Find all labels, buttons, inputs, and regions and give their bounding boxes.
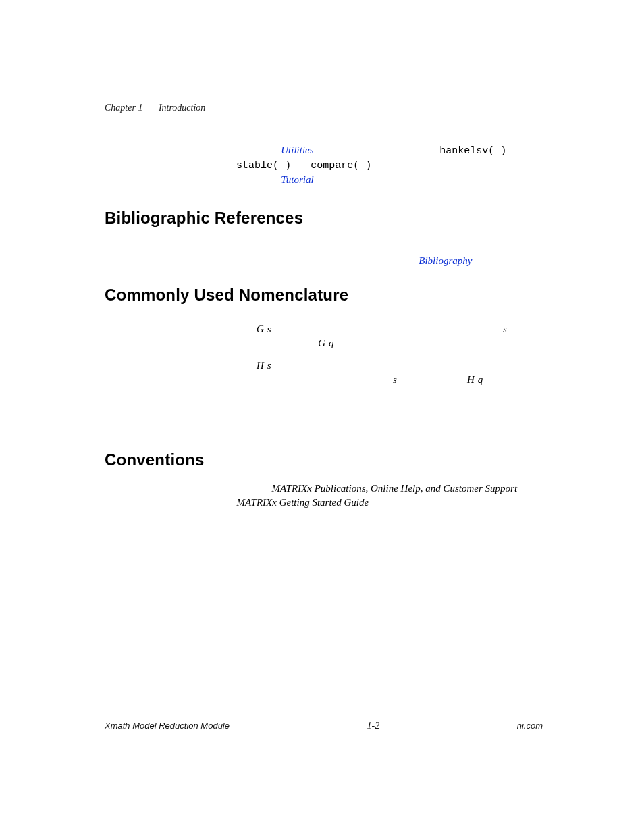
para-utilities-line2: stable( ) and compare( ): [236, 158, 543, 173]
footer-right: ni.com: [517, 721, 543, 731]
nomenclature-item: G(s) typically denotes the transfer matr…: [236, 322, 543, 350]
nomenclature-item: H(s) approximation of the system Lap s t…: [236, 359, 543, 387]
var-H: H: [257, 360, 264, 371]
var-q: q: [329, 338, 334, 348]
conv-line2: in the MATRIXx Getting Started Guide: [211, 496, 543, 510]
page-footer: Xmath Model Reduction Module 1-2 ni.com: [105, 721, 543, 731]
var-s: s: [393, 374, 397, 385]
tutorial-link[interactable]: Tutorial: [281, 174, 313, 185]
hidden-paren: ): [334, 338, 338, 348]
hidden-filler: approximation of the system Lap: [257, 374, 393, 385]
nom1-line2: the Laplace va G(q): [257, 338, 338, 348]
hidden-filler: Throughout this document, bibliographic …: [236, 241, 504, 252]
hidden-filler: bracketed entries. For example, a refere…: [236, 255, 419, 266]
var-s: s: [503, 323, 507, 334]
running-header: Chapter 1 Introduction: [105, 103, 543, 113]
hidden-paren: ): [271, 360, 275, 371]
hidden-filler: the Laplace vari: [400, 374, 467, 385]
hidden-filler: Chapter 7,: [236, 174, 281, 185]
var-H: H: [467, 374, 475, 385]
page: Chapter 1 Introduction Chapter 6, Utilit…: [0, 0, 644, 834]
nom2-line2: approximation of the system Lap s the La…: [257, 374, 486, 385]
code-stable: stable( ): [236, 160, 291, 172]
para-utilities-line1: Chapter 6, Utilities, describes three ut…: [236, 143, 543, 158]
para-utilities: Chapter 6, Utilities, describes three ut…: [236, 143, 543, 187]
para-conventions: Refer to MATRIXx Publications, Online He…: [236, 481, 543, 510]
bullet-icon: [239, 328, 242, 331]
utilities-link[interactable]: Utilities: [281, 145, 313, 155]
bib-line1: Throughout this document, bibliographic …: [236, 240, 543, 254]
heading-commonly-used-nomenclature: Commonly Used Nomenclature: [105, 286, 543, 305]
hidden-paren: ): [271, 323, 275, 334]
hidden-paren: ): [483, 374, 486, 385]
hidden-filler: , describes three utility functio: [314, 145, 440, 155]
var-G: G: [257, 323, 264, 334]
hidden-filler: Refer to: [236, 483, 271, 494]
hidden-filler: in the: [211, 497, 237, 508]
spacer: [236, 395, 543, 432]
code-compare: compare( ): [311, 160, 371, 172]
hidden-filler: the Laplace va: [257, 338, 318, 348]
footer-left: Xmath Model Reduction Module: [105, 721, 230, 731]
hidden-filler: typically denotes the transfer matrix of…: [277, 323, 503, 334]
bullet-icon: [239, 364, 242, 367]
hidden-filler: Chapter 6,: [236, 145, 281, 155]
heading-bibliographic-references: Bibliographic References: [105, 209, 543, 228]
conv-line1: Refer to MATRIXx Publications, Online He…: [236, 481, 543, 496]
var-G: G: [318, 338, 325, 348]
chapter-label: Chapter 1: [105, 103, 142, 113]
footer-page-number: 1-2: [367, 721, 380, 731]
para-bibliography: Throughout this document, bibliographic …: [236, 240, 543, 268]
nom1-line1: G(s) typically denotes the transfer matr…: [257, 323, 507, 334]
para-utilities-line3: Chapter 7, Tutorial: [236, 173, 543, 187]
bibliography-link[interactable]: Bibliography: [419, 255, 472, 266]
italic-pubs: MATRIXx Publications, Online Help, and C…: [271, 483, 517, 494]
nomenclature-list: G(s) typically denotes the transfer matr…: [236, 322, 543, 432]
hidden-filler: and: [291, 159, 311, 170]
code-hankelsv: hankelsv( ): [439, 145, 506, 157]
heading-conventions: Conventions: [105, 450, 543, 469]
chapter-title: Introduction: [159, 103, 205, 113]
nom2-line1: H(s): [257, 360, 275, 371]
bib-line2: bracketed entries. For example, a refere…: [236, 254, 543, 268]
italic-guide: MATRIXx Getting Started Guide: [237, 497, 369, 508]
